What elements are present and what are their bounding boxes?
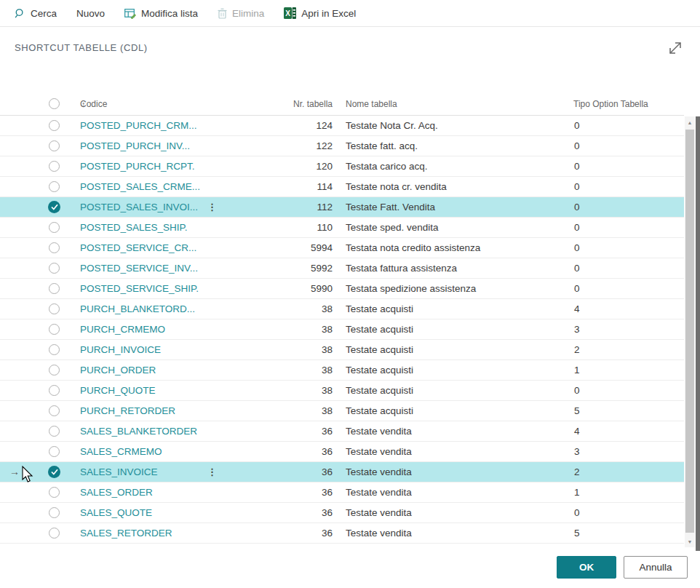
table-row[interactable]: PURCH_ORDER38Testate acquisti1 (0, 360, 684, 381)
row-tipo-option: 4 (574, 421, 580, 441)
row-radio[interactable] (49, 303, 60, 314)
expand-icon[interactable] (667, 39, 684, 57)
row-nr-tabella: 112 (262, 197, 333, 217)
row-radio[interactable] (49, 263, 60, 274)
row-code-link[interactable]: POSTED_PURCH_CRM... (80, 116, 197, 135)
row-tipo-option: 0 (574, 116, 580, 135)
row-code-link[interactable]: POSTED_SALES_CRME... (80, 177, 200, 196)
table-row[interactable]: POSTED_SERVICE_SHIP.5990Testata spedizio… (0, 279, 684, 299)
scrollbar-thumb[interactable] (685, 130, 694, 533)
row-radio[interactable] (49, 385, 60, 396)
row-selected-check-icon[interactable] (48, 466, 60, 478)
row-options-menu-icon[interactable]: ⋮ (207, 462, 217, 482)
toolbar-apri-excel[interactable]: X Apri in Excel (284, 7, 356, 19)
row-radio[interactable] (49, 181, 60, 192)
table-row[interactable]: POSTED_SERVICE_INV...5992Testata fattura… (0, 258, 684, 279)
table-row[interactable]: POSTED_PURCH_INV...122Testate fatt. acq.… (0, 136, 684, 156)
row-code-link[interactable]: SALES_INVOICE (80, 462, 158, 482)
row-radio[interactable] (49, 242, 60, 253)
row-nome-tabella: Testate acquisti (346, 381, 413, 400)
table-row[interactable]: POSTED_PURCH_RCPT.120Testata carico acq.… (0, 156, 684, 177)
table-row[interactable]: SALES_ORDER36Testate vendita1 (0, 482, 684, 503)
row-radio[interactable] (49, 120, 60, 131)
row-radio[interactable] (49, 283, 60, 294)
toolbar-modifica-lista-label: Modifica lista (141, 8, 198, 19)
toolbar-apri-excel-label: Apri in Excel (301, 8, 356, 19)
row-tipo-option: 0 (574, 218, 580, 237)
table-header: Codice↑ Nr. tabella Nome tabella Tipo Op… (0, 93, 684, 116)
row-options-menu-icon[interactable]: ⋮ (207, 197, 217, 217)
column-header-tipo-option[interactable]: Tipo Option Tabella (573, 93, 648, 115)
table-row[interactable]: SALES_BLANKETORDER36Testate vendita4 (0, 421, 684, 442)
row-radio[interactable] (49, 365, 60, 376)
row-radio[interactable] (49, 324, 60, 335)
table-row[interactable]: SALES_CRMEMO36Testate vendita3 (0, 442, 684, 462)
active-row-arrow-icon: → (9, 462, 20, 482)
row-code-link[interactable]: PURCH_ORDER (80, 360, 156, 380)
row-code-link[interactable]: POSTED_SALES_SHIP. (80, 218, 188, 237)
row-radio[interactable] (49, 222, 60, 233)
row-code-link[interactable]: PURCH_QUOTE (80, 381, 156, 400)
row-code-link[interactable]: SALES_RETORDER (80, 523, 172, 543)
row-radio[interactable] (49, 344, 60, 355)
row-radio[interactable] (49, 507, 60, 518)
table-row[interactable]: POSTED_PURCH_CRM...124Testate Nota Cr. A… (0, 116, 684, 136)
table-row[interactable]: POSTED_SALES_SHIP.110Testate sped. vendi… (0, 218, 684, 238)
row-radio[interactable] (49, 161, 60, 172)
row-radio[interactable] (49, 528, 60, 539)
row-code-link[interactable]: PURCH_BLANKETORD... (80, 299, 195, 319)
ok-button[interactable]: OK (557, 556, 616, 579)
toolbar-cerca[interactable]: Cerca (15, 8, 57, 19)
row-code-link[interactable]: POSTED_PURCH_INV... (80, 136, 190, 156)
row-tipo-option: 4 (574, 299, 580, 319)
toolbar-elimina-label: Elimina (232, 8, 264, 19)
row-nome-tabella: Testate acquisti (346, 340, 413, 359)
table-row[interactable]: PURCH_RETORDER38Testate acquisti5 (0, 401, 684, 421)
trash-icon (218, 8, 227, 19)
row-nr-tabella: 36 (262, 462, 333, 482)
table-row[interactable]: PURCH_BLANKETORD...38Testate acquisti4 (0, 299, 684, 319)
row-radio[interactable] (49, 426, 60, 437)
row-code-link[interactable]: POSTED_SERVICE_CR... (80, 238, 196, 258)
table-row[interactable]: →SALES_INVOICE⋮36Testate vendita2 (0, 462, 684, 482)
table-row[interactable]: POSTED_SALES_INVOI...⋮112Testate Fatt. V… (0, 197, 684, 218)
row-code-link[interactable]: POSTED_SERVICE_SHIP. (80, 279, 199, 298)
row-radio[interactable] (49, 405, 60, 416)
row-tipo-option: 0 (574, 279, 580, 298)
row-nr-tabella: 36 (262, 503, 333, 523)
toolbar-modifica-lista[interactable]: Modifica lista (124, 8, 198, 19)
scroll-down-arrow-icon[interactable]: ▼ (685, 536, 695, 547)
row-radio[interactable] (49, 446, 60, 457)
row-tipo-option: 5 (574, 523, 580, 543)
row-code-link[interactable]: SALES_BLANKETORDER (80, 421, 197, 441)
row-code-link[interactable]: PURCH_CRMEMO (80, 319, 165, 339)
row-code-link[interactable]: POSTED_SALES_INVOI... (80, 197, 198, 217)
row-nome-tabella: Testate acquisti (346, 401, 413, 421)
row-code-link[interactable]: POSTED_SERVICE_INV... (80, 258, 198, 278)
column-header-nome-tabella[interactable]: Nome tabella (346, 93, 397, 115)
row-code-link[interactable]: POSTED_PURCH_RCPT. (80, 156, 195, 176)
table-row[interactable]: PURCH_INVOICE38Testate acquisti2 (0, 340, 684, 360)
row-code-link[interactable]: SALES_ORDER (80, 482, 153, 502)
table-row[interactable]: POSTED_SALES_CRME...114Testate nota cr. … (0, 177, 684, 197)
scroll-up-arrow-icon[interactable]: ▲ (685, 116, 695, 128)
table-row[interactable]: SALES_QUOTE36Testate vendita0 (0, 503, 684, 523)
select-all-radio[interactable] (49, 98, 60, 109)
row-code-link[interactable]: PURCH_INVOICE (80, 340, 161, 359)
row-code-link[interactable]: PURCH_RETORDER (80, 401, 175, 421)
table-row[interactable]: SALES_RETORDER36Testate vendita5 (0, 523, 684, 544)
table-row[interactable]: PURCH_QUOTE38Testate acquisti0 (0, 381, 684, 401)
column-header-nr-tabella[interactable]: Nr. tabella (262, 93, 333, 115)
cancel-button[interactable]: Annulla (624, 556, 688, 579)
table-row[interactable]: POSTED_SERVICE_CR...5994Testata nota cre… (0, 238, 684, 258)
table-row[interactable]: PURCH_CRMEMO38Testate acquisti3 (0, 319, 684, 340)
toolbar-nuovo[interactable]: Nuovo (76, 8, 105, 19)
row-radio[interactable] (49, 140, 60, 151)
vertical-scrollbar[interactable]: ▲ ▼ (685, 116, 695, 547)
row-nome-tabella: Testate Fatt. Vendita (346, 197, 435, 217)
row-code-link[interactable]: SALES_CRMEMO (80, 442, 162, 461)
row-selected-check-icon[interactable] (48, 201, 60, 213)
row-radio[interactable] (49, 487, 60, 498)
row-code-link[interactable]: SALES_QUOTE (80, 503, 152, 523)
row-nr-tabella: 110 (262, 218, 333, 237)
